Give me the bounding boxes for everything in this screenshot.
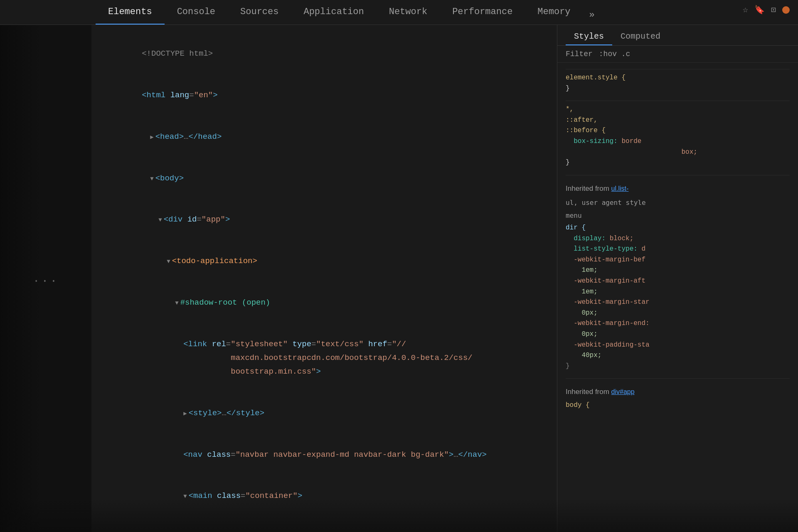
tab-memory[interactable]: Memory (525, 0, 583, 25)
webkit-margin-aft: -webkit-margin-aft (574, 277, 645, 285)
tab-performance-label: Performance (452, 7, 512, 17)
menu-text: menu (566, 210, 790, 221)
html-line-link: <link rel="stylesheet" type="text/css" h… (104, 323, 544, 392)
tab-performance[interactable]: Performance (440, 0, 525, 25)
sidebar-panel: ... (0, 25, 91, 532)
dir-rule: dir { display: block; list-style-type: d… (566, 223, 790, 372)
dir-closing: } (566, 362, 570, 370)
val-40px: 40px; (581, 352, 601, 359)
body-selector: body { (566, 401, 590, 409)
html-line-todo-app[interactable]: ▼<todo-application> (104, 241, 544, 282)
html-tree-panel[interactable]: <!DOCTYPE html> <html lang="en"> ▶<head>… (91, 25, 557, 532)
html-line-html: <html lang="en"> (104, 75, 544, 116)
element-style-selector: element.style { (566, 74, 626, 81)
before-selector: ::before { (566, 127, 606, 134)
html-line-todo-form[interactable]: ▼<todo-form> (104, 517, 544, 532)
screen-icon[interactable]: ⊡ (771, 5, 776, 15)
inherited-link-2[interactable]: div#app (611, 388, 635, 395)
inherited-section-2: Inherited from div#app body { (566, 378, 790, 411)
inherited-header-2: Inherited from div#app (566, 386, 790, 398)
ext-icon (782, 6, 790, 14)
element-style-section: element.style { } (566, 69, 790, 94)
tab-application[interactable]: Application (291, 0, 376, 25)
boxsizing-prop: box-sizing: (574, 138, 618, 145)
display-val: block; (610, 235, 634, 242)
bookmark-icon[interactable]: 🔖 (754, 5, 765, 15)
main-content: ... <!DOCTYPE html> <html lang="en"> ▶<h… (0, 25, 798, 532)
html-line-head[interactable]: ▶<head>…</head> (104, 116, 544, 158)
webkit-margin-bef: -webkit-margin-bef (574, 256, 645, 264)
tab-network-label: Network (389, 7, 427, 17)
html-line-style1[interactable]: ▶<style>…</style> (104, 393, 544, 434)
ua-style-comment: ul, user agent style (566, 197, 790, 208)
after-selector: ::after, (566, 116, 598, 124)
webkit-margin-end: -webkit-margin-end: (574, 320, 649, 327)
element-style-rule: element.style { } (566, 73, 790, 94)
styles-filter-bar: Filter :hov .c (557, 46, 798, 63)
tab-more[interactable]: » (583, 6, 601, 25)
universal-closing: } (566, 159, 570, 166)
val-1em-1: 1em; (581, 266, 597, 274)
list-style-prop: list-style-type: (574, 245, 638, 253)
boxsizing-val: borde (621, 138, 641, 145)
tab-sources-label: Sources (240, 7, 278, 17)
tab-elements-label: Elements (108, 7, 152, 17)
tab-network[interactable]: Network (377, 0, 440, 25)
display-prop: display: (574, 235, 606, 242)
filter-label: Filter (566, 50, 593, 58)
element-style-closing: } (566, 85, 570, 92)
filter-options: :hov .c (599, 50, 631, 58)
tab-console-label: Console (177, 7, 215, 17)
tab-computed[interactable]: Computed (612, 28, 669, 45)
tab-sources[interactable]: Sources (228, 0, 291, 25)
styles-panel: Styles Computed Filter :hov .c element.s… (557, 25, 798, 532)
dir-selector: dir { (566, 224, 586, 232)
tab-memory-label: Memory (537, 7, 570, 17)
universal-selector: *, (566, 106, 574, 113)
tab-styles[interactable]: Styles (566, 28, 612, 45)
html-line-div-app[interactable]: ▼<div id="app"> (104, 199, 544, 241)
list-style-val: d (641, 245, 645, 253)
tab-console[interactable]: Console (165, 0, 228, 25)
inherited-link-1[interactable]: ul.list- (611, 185, 629, 192)
val-0px-2: 0px; (581, 330, 597, 338)
sidebar-dots-label: ... (33, 272, 59, 285)
html-line-body[interactable]: ▼<body> (104, 158, 544, 199)
html-line-nav[interactable]: <nav class="navbar navbar-expand-md navb… (104, 434, 544, 475)
tab-application-label: Application (303, 7, 364, 17)
val-0px-1: 0px; (581, 309, 597, 317)
universal-rule: *, ::after, ::before { box-sizing: borde… (566, 104, 790, 168)
html-line-doctype: <!DOCTYPE html> (104, 33, 544, 75)
webkit-padding-sta: -webkit-padding-sta (574, 341, 649, 349)
html-line-shadow[interactable]: ▼#shadow-root (open) (104, 282, 544, 324)
styles-tab-bar: Styles Computed (557, 25, 798, 46)
star-icon[interactable]: ☆ (743, 4, 748, 15)
devtools-tab-bar: Elements Console Sources Application Net… (0, 0, 798, 25)
devtools-window: Elements Console Sources Application Net… (0, 0, 798, 532)
inherited-header-1: Inherited from ul.list- (566, 183, 790, 195)
tab-elements[interactable]: Elements (96, 0, 165, 25)
body-rule: body { (566, 400, 790, 411)
universal-rule-section: *, ::after, ::before { box-sizing: borde… (566, 101, 790, 168)
val-1em-2: 1em; (581, 288, 597, 296)
inherited-section-1: Inherited from ul.list- ul, user agent s… (566, 175, 790, 372)
html-line-main[interactable]: ▼<main class="container"> (104, 475, 544, 517)
computed-tab-label: Computed (621, 32, 660, 41)
webkit-margin-star: -webkit-margin-star (574, 298, 649, 306)
window-controls: ☆ 🔖 ⊡ (743, 4, 790, 15)
boxsizing-val2: box; (681, 148, 697, 156)
styles-content: element.style { } *, ::after, ::before {… (557, 63, 798, 532)
styles-tab-label: Styles (574, 32, 604, 41)
